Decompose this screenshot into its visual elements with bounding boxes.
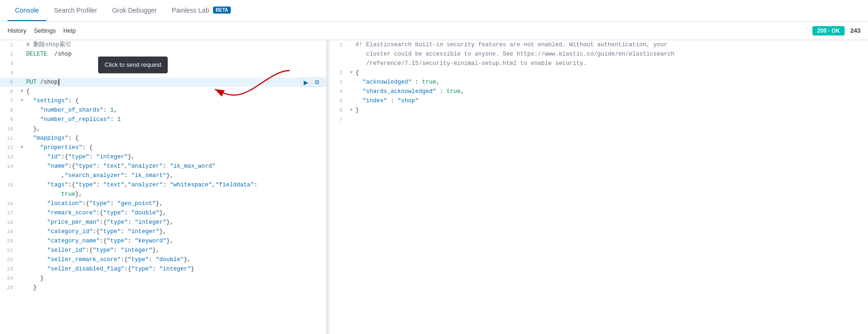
response-line-6: 6 ▼ } bbox=[329, 106, 868, 115]
editor-line-15: 15 "tags":{"type": "text","analyzer": "w… bbox=[0, 180, 327, 199]
fold-12[interactable]: ▼ bbox=[19, 143, 25, 152]
editor-line-25: 25 } bbox=[0, 283, 327, 292]
tab-painless-lab[interactable]: Painless Lab BETA bbox=[164, 0, 239, 21]
line-content-2: DELETE /shop bbox=[25, 50, 327, 59]
editor-line-7: 7 ▼ "settings": { bbox=[0, 96, 327, 106]
line-content-1: # 删除shop索引 bbox=[25, 40, 327, 50]
resp-content-1c: /reference/7.15/security-minimal-setup.h… bbox=[355, 59, 868, 68]
line-num-16: 16 bbox=[0, 199, 19, 208]
line-num-7: 7 bbox=[0, 96, 19, 106]
response-line-4: 4 "shards_acknowledged" : true, bbox=[329, 87, 868, 96]
line-num-10: 10 bbox=[0, 124, 19, 134]
line-content-22: "seller_remark_score":{"type": "double"}… bbox=[25, 255, 327, 264]
help-button[interactable]: Help bbox=[63, 27, 76, 34]
editor-line-10: 10 }, bbox=[0, 124, 327, 134]
resp-line-num-7: 7 bbox=[329, 115, 348, 124]
beta-badge: BETA bbox=[213, 7, 231, 14]
editor-line-20: 20 "category_name":{"type": "keyword"}, bbox=[0, 236, 327, 246]
line-num-14: 14 bbox=[0, 162, 19, 171]
line-content-11: "mappings": { bbox=[25, 134, 327, 143]
line-num-5: 5 bbox=[0, 78, 19, 87]
tab-console[interactable]: Console bbox=[7, 0, 46, 21]
line-content-12: "properties": { bbox=[25, 143, 327, 152]
line-num-13: 13 bbox=[0, 152, 19, 162]
status-badge: 200 - OK bbox=[812, 26, 845, 36]
line-num-17: 17 bbox=[0, 208, 19, 218]
fold-7[interactable]: ▼ bbox=[19, 96, 25, 106]
history-button[interactable]: History bbox=[7, 27, 26, 34]
editor-line-14: 14 "name":{"type": "text","analyzer": "i… bbox=[0, 162, 327, 180]
line-content-3 bbox=[25, 59, 327, 68]
send-copy-button[interactable]: ⧉ bbox=[312, 78, 322, 87]
send-request-tooltip: Click to send request bbox=[98, 57, 168, 73]
line-content-4 bbox=[25, 68, 327, 78]
main-content: 1 # 删除shop索引 2 DELETE /shop 3 4 bbox=[0, 40, 868, 334]
line-num-21: 21 bbox=[0, 246, 19, 255]
send-play-button[interactable]: ▶ bbox=[301, 78, 311, 87]
editor-line-23: 23 "seller_disabled_flag":{"type": "inte… bbox=[0, 264, 327, 274]
line-num-8: 8 bbox=[0, 106, 19, 115]
line-num-3: 3 bbox=[0, 59, 19, 68]
line-content-10: }, bbox=[25, 124, 327, 134]
tab-search-profiler-label: Search Profiler bbox=[54, 7, 97, 14]
line-content-21: "seller_id":{"type": "integer"}, bbox=[25, 246, 327, 255]
line-num-6: 6 bbox=[0, 87, 19, 96]
tab-console-label: Console bbox=[15, 7, 39, 14]
response-line-1c: /reference/7.15/security-minimal-setup.h… bbox=[329, 59, 868, 68]
tab-painless-lab-label: Painless Lab bbox=[172, 7, 209, 14]
line-num-23: 23 bbox=[0, 264, 19, 274]
resp-line-num-4: 4 bbox=[329, 87, 348, 96]
line-num-4: 4 bbox=[0, 68, 19, 78]
line-content-14: "name":{"type": "text","analyzer": "ik_m… bbox=[25, 162, 327, 180]
editor-line-22: 22 "seller_remark_score":{"type": "doubl… bbox=[0, 255, 327, 264]
resp-line-num-3: 3 bbox=[329, 78, 348, 87]
resp-content-1: #! Elasticsearch built-in security featu… bbox=[355, 40, 868, 50]
line-content-8: "number_of_shards": 1, bbox=[25, 106, 327, 115]
line-num-11: 11 bbox=[0, 134, 19, 143]
editor-panel[interactable]: 1 # 删除shop索引 2 DELETE /shop 3 4 bbox=[0, 40, 327, 334]
resp-fold-2[interactable]: ▼ bbox=[348, 68, 355, 78]
line-num-19: 19 bbox=[0, 227, 19, 236]
settings-button[interactable]: Settings bbox=[34, 27, 56, 34]
fold-6[interactable]: ▼ bbox=[19, 87, 25, 96]
editor-line-9: 9 "number_of_replicas": 1 bbox=[0, 115, 327, 124]
send-button-group: ▶ ⧉ bbox=[301, 78, 322, 87]
tab-search-profiler[interactable]: Search Profiler bbox=[46, 0, 105, 21]
editor-line-17: 17 "remark_score":{"type": "double"}, bbox=[0, 208, 327, 218]
editor-line-1: 1 # 删除shop索引 bbox=[0, 40, 327, 50]
resp-content-6: } bbox=[355, 106, 868, 115]
editor-line-12: 12 ▼ "properties": { bbox=[0, 143, 327, 152]
response-line-7: 7 bbox=[329, 115, 868, 124]
line-num-2: 2 bbox=[0, 50, 19, 59]
response-code-area: 1 #! Elasticsearch built-in security fea… bbox=[329, 40, 868, 334]
editor-line-18: 18 "price_per_man":{"type": "integer"}, bbox=[0, 218, 327, 227]
line-num-15: 15 bbox=[0, 180, 19, 190]
line-content-6: { bbox=[25, 87, 327, 96]
editor-line-6: 6 ▼ { bbox=[0, 87, 327, 96]
response-line-3: 3 "acknowledged" : true, bbox=[329, 78, 868, 87]
editor-line-11: 11 "mappings": { bbox=[0, 134, 327, 143]
line-num-22: 22 bbox=[0, 255, 19, 264]
line-content-25: } bbox=[25, 283, 327, 292]
line-content-24: } bbox=[25, 274, 327, 283]
line-content-18: "price_per_man":{"type": "integer"}, bbox=[25, 218, 327, 227]
tooltip-text: Click to send request bbox=[105, 61, 161, 68]
line-content-16: "location":{"type": "geo_point"}, bbox=[25, 199, 327, 208]
line-num-12: 12 bbox=[0, 143, 19, 152]
editor-code-area: 1 # 删除shop索引 2 DELETE /shop 3 4 bbox=[0, 40, 327, 334]
editor-line-8: 8 "number_of_shards": 1, bbox=[0, 106, 327, 115]
line-num-20: 20 bbox=[0, 236, 19, 246]
line-content-20: "category_name":{"type": "keyword"}, bbox=[25, 236, 327, 246]
resp-content-1b: cluster could be accessible to anyone. S… bbox=[355, 50, 868, 59]
line-content-5: PUT /shop bbox=[25, 78, 327, 87]
response-line-1: 1 #! Elasticsearch built-in security fea… bbox=[329, 40, 868, 50]
line-num-24: 24 bbox=[0, 274, 19, 283]
resp-content-7 bbox=[355, 115, 868, 124]
resp-line-num-2: 2 bbox=[329, 68, 348, 78]
resp-fold-6[interactable]: ▼ bbox=[348, 106, 355, 115]
resp-line-num-5: 5 bbox=[329, 96, 348, 106]
resp-content-2: { bbox=[355, 68, 868, 78]
tab-grok-debugger[interactable]: Grok Debugger bbox=[105, 0, 164, 21]
response-line-1b: cluster could be accessible to anyone. S… bbox=[329, 50, 868, 59]
tab-grok-debugger-label: Grok Debugger bbox=[112, 7, 157, 14]
